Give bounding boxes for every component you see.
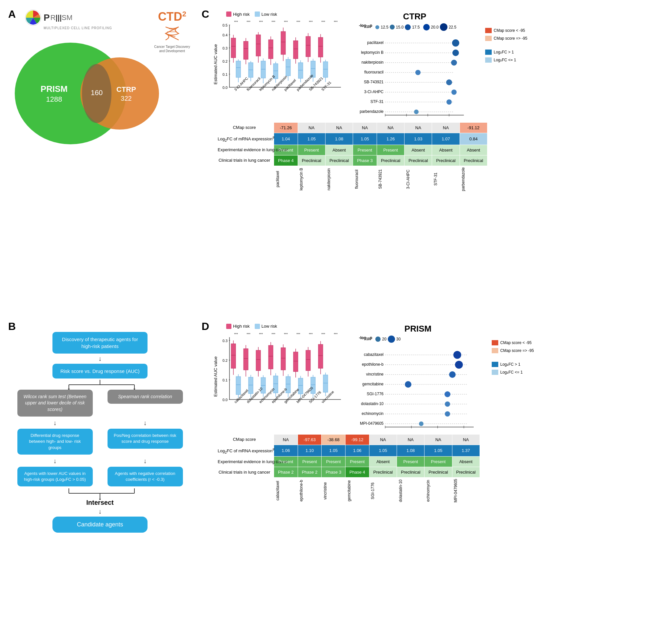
prism-count: 1288 <box>46 95 62 103</box>
svg-rect-199 <box>248 377 253 394</box>
svg-text:***: *** <box>334 20 338 24</box>
svg-text:-0.2: -0.2 <box>425 117 431 118</box>
dot-legend-c: -log10p 12.5 15.0 17.5 20.0 22.5 <box>359 23 477 31</box>
prism-label: PRISM <box>41 84 68 94</box>
svg-rect-249 <box>311 377 315 394</box>
svg-rect-244 <box>306 350 310 371</box>
flow-posneg: Pos/Neg correlation between risk score a… <box>107 429 183 448</box>
panel-c-title: CTRP <box>352 11 477 22</box>
svg-text:-0.5: -0.5 <box>461 429 467 430</box>
svg-marker-12 <box>134 389 136 390</box>
flow-agents-lower: Agents with lower AUC values in high-ris… <box>17 467 93 487</box>
svg-text:paclitaxel: paclitaxel <box>367 40 384 45</box>
boxplot-svg-c: Estimated AUC value 0.0 0.1 0.2 0.3 0.4 … <box>213 18 344 107</box>
dotplot-c: CTRP -log10p 12.5 15.0 17.5 20.0 22.5 <box>352 11 477 119</box>
flow-risk: Risk score vs. Drug response (AUC) <box>52 364 147 378</box>
svg-rect-117 <box>323 62 328 77</box>
svg-text:***: *** <box>309 333 313 336</box>
flow-agents-neg: Agents with negative correlation coeffic… <box>107 467 183 487</box>
legend-cmap-lt-d: CMap score < -95 <box>492 340 534 345</box>
arrow-final: ↓ <box>13 508 187 515</box>
ctrp-label: CTRP <box>116 85 136 93</box>
svg-point-301 <box>405 381 411 388</box>
svg-point-161 <box>451 90 457 95</box>
svg-text:MPI-0479605: MPI-0479605 <box>360 421 384 426</box>
svg-rect-194 <box>244 349 248 370</box>
arrows-row: ↓ ↓ <box>13 418 187 428</box>
svg-rect-112 <box>318 38 323 57</box>
svg-text:0.0: 0.0 <box>222 86 227 90</box>
heatmap-row-cmap-d: CMap score NA -97.63 -38.68 -99.12 NA NA… <box>215 434 480 445</box>
panel-d: D High risk Low risk <box>200 319 666 628</box>
boxplot-c: High risk Low risk Estimated AUC value <box>213 11 344 108</box>
panel-d-title: PRISM <box>352 324 483 334</box>
svg-text:***: *** <box>321 333 325 336</box>
flowchart: Discovery of therapeutic agents for high… <box>13 332 187 533</box>
svg-text:STF-31: STF-31 <box>320 80 332 92</box>
svg-point-159 <box>415 70 421 75</box>
svg-text:leptomycin B: leptomycin B <box>361 50 384 55</box>
svg-text:***: *** <box>321 20 325 24</box>
svg-rect-234 <box>293 352 298 372</box>
svg-text:0.4: 0.4 <box>222 33 227 37</box>
heatmap-row-log2fc-c: Log2FC of mRNA expression# 1.04 1.05 1.0… <box>215 133 487 145</box>
svg-text:STF-31: STF-31 <box>370 99 384 104</box>
svg-text:Estimated AUC value: Estimated AUC value <box>213 44 218 85</box>
heatmap-d: CMap score NA -97.63 -38.68 -99.12 NA NA… <box>213 434 662 504</box>
panel-c: C High risk Low ri <box>200 6 666 315</box>
svg-text:echinomycin: echinomycin <box>362 411 384 416</box>
svg-text:fluorouracil: fluorouracil <box>364 70 384 74</box>
svg-rect-224 <box>281 348 286 370</box>
svg-text:0.1: 0.1 <box>222 378 227 382</box>
boxplot-svg-d: Estimated AUC value 0.0 0.1 0.2 0.3 <box>213 331 344 419</box>
svg-text:***: *** <box>271 333 275 336</box>
dot-legend-d: -log10p 20 30 <box>359 335 483 343</box>
svg-text:***: *** <box>259 333 263 336</box>
svg-point-160 <box>446 79 452 85</box>
prism-logo: P R | | | S M MULTIPLEXED CELL LINE PROF… <box>25 9 112 30</box>
panel-c-label: C <box>201 8 209 20</box>
svg-rect-82 <box>281 31 286 54</box>
svg-text:nakiterpiosin: nakiterpiosin <box>362 60 384 65</box>
svg-text:0.0: 0.0 <box>222 398 227 402</box>
svg-text:***: *** <box>284 20 288 24</box>
svg-rect-42 <box>231 38 236 58</box>
svg-text:***: *** <box>309 20 313 24</box>
heatmap-row-cmap-c: CMap score -71.26 NA NA NA NA NA NA -91.… <box>215 123 487 133</box>
svg-point-156 <box>452 39 459 47</box>
legend-cmap-lt: CMap score < -95 <box>485 28 527 33</box>
svg-rect-47 <box>236 61 241 77</box>
svg-text:SGI-1776: SGI-1776 <box>367 392 384 396</box>
prism-text: P <box>44 13 50 23</box>
svg-point-157 <box>452 49 459 56</box>
svg-rect-259 <box>323 375 328 392</box>
svg-text:-0.4: -0.4 <box>435 429 441 430</box>
svg-text:-0.3: -0.3 <box>446 117 452 118</box>
heatmap-row-clinical-d: Clinical trials in lung cancer Phase 2 P… <box>215 467 480 477</box>
svg-text:***: *** <box>234 333 238 336</box>
flow-diff: Differential drug response between high-… <box>17 429 93 454</box>
svg-rect-189 <box>236 377 241 395</box>
svg-text:epothilone-b: epothilone-b <box>362 362 384 367</box>
svg-rect-67 <box>261 61 266 78</box>
svg-text:paclitaxel: paclitaxel <box>283 78 297 92</box>
split-arrow <box>13 380 187 390</box>
svg-point-298 <box>453 351 461 359</box>
legend-log2fc-lte-d: Log₂FC <= 1 <box>492 370 534 375</box>
legend-log2fc-gt-d: Log₂FC > 1 <box>492 362 534 367</box>
svg-text:SB-743921: SB-743921 <box>364 80 384 84</box>
ctd2-sup: 2 <box>182 10 186 18</box>
svg-text:0.3: 0.3 <box>222 339 227 343</box>
svg-point-158 <box>451 60 457 66</box>
legend-high-risk-c: High risk <box>226 11 250 17</box>
heatmap-row-exp-c: Experimental evidence in lung cancer Pre… <box>215 145 487 155</box>
svg-text:0.2: 0.2 <box>222 60 227 63</box>
heatmap-col-labels-c: paclitaxel leptomycin B nakiterpiosin fl… <box>215 166 487 192</box>
arrows-row2: ↓ ↓ <box>13 456 187 466</box>
legend-low-risk-c: Low risk <box>255 11 277 17</box>
prism-subtitle: MULTIPLEXED CELL LINE PROFILING <box>44 26 112 30</box>
svg-text:dolastatin-10: dolastatin-10 <box>361 401 384 406</box>
prism-circle-icon <box>25 9 42 26</box>
svg-rect-62 <box>256 35 261 56</box>
legend-log2fc-gt: Log₂FC > 1 <box>485 49 527 55</box>
